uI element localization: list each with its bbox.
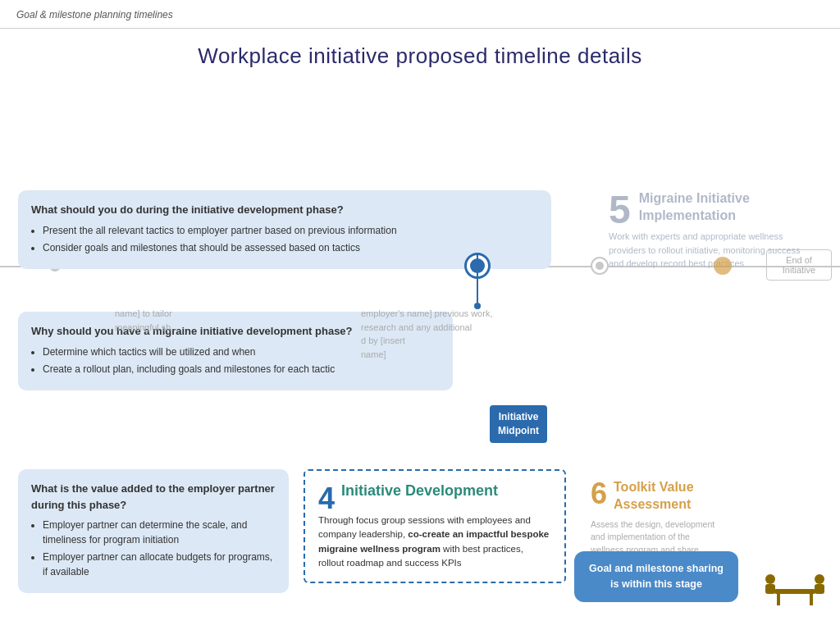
stage4-desc: Through focus group sessions with employ… [318, 514, 551, 570]
svg-rect-2 [810, 594, 813, 605]
stage6-title: Toolkit Value Assessment [591, 479, 722, 514]
goal-bubble: Goal and milestone sharing is within thi… [574, 551, 738, 602]
box1-item-1: Present the all relevant tactics to empl… [43, 223, 538, 238]
stage4-number: 4 [318, 484, 335, 514]
svg-rect-0 [774, 589, 815, 594]
timeline-area: 5 Migraine Initiative Implementation Wor… [0, 77, 840, 630]
midpoint-connector [477, 253, 478, 303]
stage6-number: 6 [591, 479, 607, 509]
page-title: Workplace initiative proposed timeline d… [0, 29, 840, 77]
box3-title: What is the value added to the employer … [31, 481, 276, 513]
svg-rect-6 [815, 584, 824, 594]
header-label: Goal & milestone planning timelines [16, 9, 173, 21]
midpoint-dot [474, 303, 481, 309]
box3-list: Employer partner can determine the scale… [31, 518, 276, 579]
midpoint-label: InitiativeMidpoint [490, 405, 547, 443]
node-stage5 [591, 257, 609, 275]
stage4-title: Initiative Development [318, 482, 551, 500]
midpoint-label-text: InitiativeMidpoint [498, 411, 539, 436]
goal-bubble-text: Goal and milestone sharing is within thi… [589, 563, 724, 590]
mid-text-1-line1: name] to tailor [115, 308, 172, 318]
header-bar: Goal & milestone planning timelines [0, 0, 840, 29]
end-initiative: End of Initiative [766, 249, 832, 281]
box3-item-2: Employer partner can allocate budgets fo… [43, 550, 276, 579]
mid-text-2: employer's name] previous work, research… [361, 307, 509, 361]
mid-text-2-line1: employer's name] previous work, [361, 308, 492, 318]
stage5-title: Migraine Initiative Implementation [609, 190, 806, 225]
mid-text-2-line4: name] [361, 349, 386, 359]
meeting-icon [762, 564, 828, 623]
mid-text-1: name] to tailor meaningful sh... [115, 307, 279, 334]
box1-list: Present the all relevant tactics to empl… [31, 223, 538, 255]
mid-text-1-line2: meaningful sh... [115, 322, 179, 332]
stage4-box: 4 Initiative Development Through focus g… [304, 469, 566, 583]
node-stage5-inner [596, 262, 604, 270]
stage5-number: 5 [609, 190, 631, 230]
mid-text-2-line3: d by [insert [361, 336, 405, 345]
box2-item-2: Create a rollout plan, including goals a… [43, 362, 440, 377]
svg-rect-4 [765, 584, 775, 594]
box1-item-2: Consider goals and milestones that shoul… [43, 240, 538, 255]
info-box-3: What is the value added to the employer … [18, 469, 289, 593]
node-stage6 [714, 257, 732, 275]
mid-text-2-line2: research and any additional [361, 322, 472, 332]
box3-item-1: Employer partner can determine the scale… [43, 518, 276, 547]
end-initiative-label: End of Initiative [783, 255, 815, 275]
box1-title: What should you do during the initiative… [31, 202, 538, 218]
svg-point-5 [815, 574, 824, 584]
svg-rect-1 [777, 594, 780, 605]
svg-point-3 [765, 574, 775, 584]
